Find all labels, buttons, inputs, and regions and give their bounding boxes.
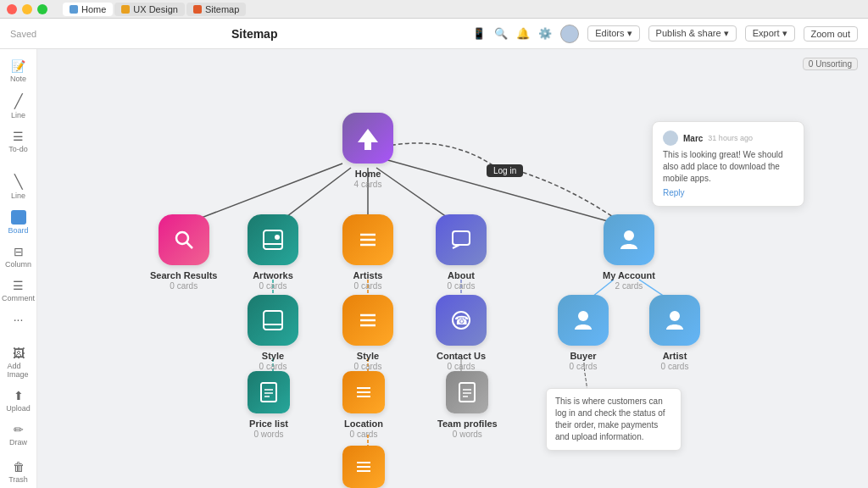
- sitemap-tab-icon: [193, 5, 202, 14]
- tab-home[interactable]: Home: [63, 3, 113, 16]
- artists-node-sub: 0 cards: [354, 281, 382, 291]
- node-artists[interactable]: Artists 0 cards: [342, 214, 393, 291]
- unsorting-badge: 0 Unsorting: [803, 58, 858, 70]
- board-icon: ▦: [11, 210, 26, 225]
- zoom-out-button[interactable]: Zoom out: [804, 26, 858, 42]
- comment-icon: ☰: [13, 279, 24, 292]
- tab-uxdesign[interactable]: UX Design: [114, 3, 185, 16]
- sidebar-item-note[interactable]: 📝 Note: [3, 56, 35, 86]
- node-style-teal[interactable]: Style 0 cards: [248, 295, 298, 371]
- location-node-icon: [342, 371, 385, 413]
- sidebar-item-board[interactable]: ▦ Board: [3, 207, 35, 238]
- column-icon: ⊟: [14, 245, 24, 258]
- sidebar-item-upload[interactable]: ⬆ Upload: [3, 385, 35, 416]
- svg-rect-15: [364, 142, 371, 150]
- node-artist[interactable]: Artist 0 cards: [649, 295, 700, 371]
- bell-icon[interactable]: 🔔: [516, 27, 530, 41]
- svg-rect-43: [459, 383, 475, 402]
- style-teal-node-icon: [248, 295, 298, 346]
- search-icon[interactable]: 🔍: [494, 27, 508, 41]
- artists-node-icon: [342, 214, 393, 265]
- tab-sitemap[interactable]: Sitemap: [186, 3, 246, 16]
- publish-button[interactable]: Publish & share ▾: [648, 25, 737, 42]
- sidebar-label-trash: Trash: [8, 475, 28, 484]
- teamprofiles-node-icon: [446, 371, 488, 413]
- node-style-orange[interactable]: Style 0 cards: [342, 295, 393, 371]
- main-layout: 📝 Note ╱ Line ☰ To-do ╲ Line ▦ Board ⊟ C…: [0, 49, 868, 488]
- home-node-title: Home: [355, 169, 381, 179]
- search-node-sub: 0 cards: [170, 281, 198, 291]
- buyer-node-icon: [558, 295, 609, 346]
- export-button[interactable]: Export ▾: [745, 25, 795, 42]
- sidebar-item-todo[interactable]: ☰ To-do: [3, 126, 35, 157]
- avatar[interactable]: [560, 25, 579, 43]
- buyer-node-title: Buyer: [570, 351, 596, 361]
- settings-icon[interactable]: ⚙️: [538, 27, 552, 41]
- pricelist-node-sub: 0 words: [253, 430, 283, 439]
- title-bar: Home UX Design Sitemap: [0, 0, 868, 19]
- comment-header: Marc 31 hours ago: [663, 130, 793, 146]
- node-about[interactable]: About 0 cards: [436, 214, 487, 291]
- canvas-area[interactable]: 0 Unsorting: [37, 49, 868, 488]
- sidebar-item-trash[interactable]: 🗑 Trash: [3, 457, 35, 487]
- comment-time: 31 hours ago: [708, 134, 753, 142]
- node-featured[interactable]: Featured 0 cards: [342, 446, 385, 488]
- about-node-title: About: [448, 270, 475, 280]
- close-button[interactable]: [7, 4, 17, 14]
- minimize-button[interactable]: [22, 4, 32, 14]
- artworks-node-sub: 0 cards: [259, 281, 287, 291]
- comment-name: Marc: [683, 134, 703, 143]
- svg-rect-36: [261, 383, 276, 402]
- node-search[interactable]: Search Results 0 cards: [150, 214, 217, 291]
- node-teamprofiles[interactable]: Team profiles 0 words: [437, 371, 498, 439]
- home-node-icon: [342, 113, 393, 164]
- info-bubble-buyer: This is where customers can log in and c…: [546, 388, 682, 451]
- sidebar-label-todo: To-do: [8, 145, 28, 153]
- sidebar-label-board: Board: [8, 226, 28, 235]
- sidebar-item-comment[interactable]: ☰ Comment: [3, 275, 35, 306]
- featured-node-icon: [342, 446, 385, 488]
- sidebar-label-comment: Comment: [2, 294, 35, 302]
- sidebar-item-addimage[interactable]: 🖼 Add Image: [3, 343, 35, 382]
- contact-node-sub: 0 cards: [448, 362, 476, 371]
- search-node-title: Search Results: [150, 270, 217, 280]
- sidebar-label-addimage: Add Image: [8, 362, 30, 379]
- svg-point-20: [275, 235, 280, 240]
- draw-icon: ✏: [14, 423, 24, 436]
- sidebar-label-upload: Upload: [6, 404, 31, 413]
- contact-node-title: Contact Us: [437, 351, 486, 361]
- svg-point-26: [624, 230, 634, 241]
- sidebar-label-line2: Line: [11, 191, 25, 200]
- home-tab-icon: [70, 5, 78, 14]
- more-icon: ···: [14, 313, 24, 326]
- sidebar-item-more[interactable]: ···: [3, 309, 35, 330]
- node-location[interactable]: Location 0 cards: [342, 371, 385, 439]
- svg-line-17: [186, 242, 192, 248]
- sidebar-item-column[interactable]: ⊟ Column: [3, 241, 35, 272]
- node-contact[interactable]: ☎ Contact Us 0 cards: [436, 295, 487, 371]
- contact-node-icon: ☎: [436, 295, 487, 346]
- editors-button[interactable]: Editors ▾: [587, 25, 639, 42]
- comment-bubble-marc: Marc 31 hours ago This is looking great!…: [652, 121, 804, 207]
- comment-reply-button[interactable]: Reply: [663, 188, 793, 197]
- line-icon: ╱: [14, 93, 23, 109]
- sidebar-label-line: Line: [11, 111, 25, 119]
- artist-node-icon: [649, 295, 700, 346]
- style-teal-node-sub: 0 cards: [259, 362, 287, 371]
- node-artworks[interactable]: Artworks 0 cards: [248, 214, 298, 291]
- save-status: Saved: [10, 29, 36, 39]
- tab-bar: Home UX Design Sitemap: [63, 3, 246, 16]
- style-teal-node-title: Style: [262, 351, 284, 361]
- sidebar-item-line[interactable]: ╱ Line: [3, 90, 35, 123]
- sidebar-item-draw[interactable]: ✏ Draw: [3, 419, 35, 450]
- teamprofiles-node-title: Team profiles: [437, 419, 498, 429]
- node-pricelist[interactable]: Price list 0 words: [248, 371, 290, 439]
- node-buyer[interactable]: Buyer 0 cards: [558, 295, 609, 371]
- sidebar-item-line2[interactable]: ╲ Line: [3, 170, 35, 203]
- node-home[interactable]: Home 4 cards: [342, 113, 393, 189]
- maximize-button[interactable]: [37, 4, 47, 14]
- addimage-icon: 🖼: [13, 347, 25, 360]
- account-node-icon: [604, 214, 654, 265]
- node-myaccount[interactable]: My Account 2 cards: [603, 214, 655, 291]
- upload-icon: ⬆: [14, 389, 24, 402]
